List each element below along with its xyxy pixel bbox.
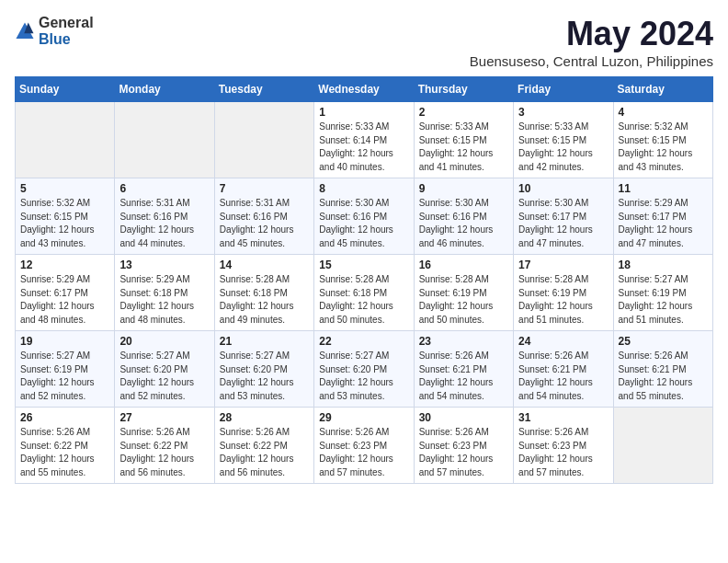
day-info: Sunrise: 5:27 AM Sunset: 6:20 PM Dayligh… — [220, 350, 309, 403]
day-cell: 27Sunrise: 5:26 AM Sunset: 6:22 PM Dayli… — [115, 408, 214, 484]
day-number: 14 — [220, 259, 309, 271]
day-number: 10 — [518, 182, 608, 195]
day-number: 20 — [119, 335, 209, 348]
day-info: Sunrise: 5:29 AM Sunset: 6:18 PM Dayligh… — [119, 273, 209, 327]
day-cell: 23Sunrise: 5:26 AM Sunset: 6:21 PM Dayli… — [414, 331, 513, 408]
day-info: Sunrise: 5:30 AM Sunset: 6:16 PM Dayligh… — [319, 197, 408, 250]
day-number: 21 — [220, 335, 309, 348]
day-cell: 13Sunrise: 5:29 AM Sunset: 6:18 PM Dayli… — [115, 255, 214, 331]
day-info: Sunrise: 5:27 AM Sunset: 6:19 PM Dayligh… — [20, 350, 109, 403]
day-info: Sunrise: 5:32 AM Sunset: 6:15 PM Dayligh… — [20, 197, 109, 250]
day-number: 1 — [319, 106, 408, 119]
day-info: Sunrise: 5:30 AM Sunset: 6:16 PM Dayligh… — [419, 197, 508, 250]
day-cell: 28Sunrise: 5:26 AM Sunset: 6:22 PM Dayli… — [214, 408, 313, 484]
day-info: Sunrise: 5:27 AM Sunset: 6:19 PM Dayligh… — [619, 273, 708, 327]
day-info: Sunrise: 5:32 AM Sunset: 6:15 PM Dayligh… — [619, 121, 708, 174]
day-cell: 5Sunrise: 5:32 AM Sunset: 6:15 PM Daylig… — [16, 178, 115, 255]
day-info: Sunrise: 5:27 AM Sunset: 6:20 PM Dayligh… — [119, 350, 209, 403]
day-cell: 30Sunrise: 5:26 AM Sunset: 6:23 PM Dayli… — [414, 408, 513, 484]
calendar-header: SundayMondayTuesdayWednesdayThursdayFrid… — [16, 77, 713, 102]
header-cell-monday: Monday — [115, 77, 214, 102]
day-info: Sunrise: 5:29 AM Sunset: 6:17 PM Dayligh… — [619, 197, 708, 250]
day-number: 26 — [20, 411, 109, 424]
day-cell: 18Sunrise: 5:27 AM Sunset: 6:19 PM Dayli… — [613, 255, 712, 331]
logo-general: General — [39, 15, 94, 31]
day-cell: 15Sunrise: 5:28 AM Sunset: 6:18 PM Dayli… — [314, 255, 414, 331]
day-info: Sunrise: 5:28 AM Sunset: 6:18 PM Dayligh… — [319, 273, 408, 327]
header-cell-thursday: Thursday — [414, 77, 513, 102]
day-cell: 6Sunrise: 5:31 AM Sunset: 6:16 PM Daylig… — [115, 178, 214, 255]
day-number: 18 — [619, 259, 708, 271]
header: General Blue May 2024 Buensuseso, Centra… — [15, 15, 713, 69]
day-cell: 14Sunrise: 5:28 AM Sunset: 6:18 PM Dayli… — [214, 255, 313, 331]
day-number: 8 — [319, 182, 408, 195]
calendar-body: 1Sunrise: 5:33 AM Sunset: 6:14 PM Daylig… — [16, 102, 713, 484]
day-cell: 25Sunrise: 5:26 AM Sunset: 6:21 PM Dayli… — [613, 331, 712, 408]
week-row: 26Sunrise: 5:26 AM Sunset: 6:22 PM Dayli… — [16, 408, 713, 484]
day-cell: 22Sunrise: 5:27 AM Sunset: 6:20 PM Dayli… — [314, 331, 414, 408]
day-number: 25 — [619, 335, 708, 348]
week-row: 5Sunrise: 5:32 AM Sunset: 6:15 PM Daylig… — [16, 178, 713, 255]
location-title: Buensuseso, Central Luzon, Philippines — [470, 53, 713, 69]
logo-icon — [15, 21, 35, 41]
day-cell: 20Sunrise: 5:27 AM Sunset: 6:20 PM Dayli… — [115, 331, 214, 408]
day-cell: 8Sunrise: 5:30 AM Sunset: 6:16 PM Daylig… — [314, 178, 414, 255]
day-cell: 1Sunrise: 5:33 AM Sunset: 6:14 PM Daylig… — [314, 102, 414, 178]
day-number: 17 — [518, 259, 608, 271]
day-number: 5 — [20, 182, 109, 195]
logo: General Blue — [15, 15, 94, 47]
day-cell: 12Sunrise: 5:29 AM Sunset: 6:17 PM Dayli… — [16, 255, 115, 331]
header-cell-saturday: Saturday — [613, 77, 712, 102]
day-cell: 4Sunrise: 5:32 AM Sunset: 6:15 PM Daylig… — [613, 102, 712, 178]
day-cell: 31Sunrise: 5:26 AM Sunset: 6:23 PM Dayli… — [514, 408, 613, 484]
day-cell: 16Sunrise: 5:28 AM Sunset: 6:19 PM Dayli… — [414, 255, 513, 331]
header-cell-tuesday: Tuesday — [214, 77, 313, 102]
day-number: 3 — [518, 106, 608, 119]
day-info: Sunrise: 5:26 AM Sunset: 6:23 PM Dayligh… — [518, 426, 608, 479]
day-cell: 9Sunrise: 5:30 AM Sunset: 6:16 PM Daylig… — [414, 178, 513, 255]
day-info: Sunrise: 5:26 AM Sunset: 6:23 PM Dayligh… — [419, 426, 508, 479]
day-info: Sunrise: 5:33 AM Sunset: 6:15 PM Dayligh… — [518, 121, 608, 174]
day-info: Sunrise: 5:26 AM Sunset: 6:21 PM Dayligh… — [619, 350, 708, 403]
day-number: 2 — [419, 106, 508, 119]
day-number: 6 — [119, 182, 209, 195]
title-area: May 2024 Buensuseso, Central Luzon, Phil… — [470, 15, 713, 69]
day-info: Sunrise: 5:31 AM Sunset: 6:16 PM Dayligh… — [220, 197, 309, 250]
day-cell: 19Sunrise: 5:27 AM Sunset: 6:19 PM Dayli… — [16, 331, 115, 408]
day-cell: 10Sunrise: 5:30 AM Sunset: 6:17 PM Dayli… — [514, 178, 613, 255]
day-number: 23 — [419, 335, 508, 348]
day-info: Sunrise: 5:29 AM Sunset: 6:17 PM Dayligh… — [20, 273, 109, 327]
day-cell: 29Sunrise: 5:26 AM Sunset: 6:23 PM Dayli… — [314, 408, 414, 484]
day-cell: 24Sunrise: 5:26 AM Sunset: 6:21 PM Dayli… — [514, 331, 613, 408]
day-number: 16 — [419, 259, 508, 271]
day-number: 15 — [319, 259, 408, 271]
day-info: Sunrise: 5:26 AM Sunset: 6:22 PM Dayligh… — [220, 426, 309, 479]
calendar-table: SundayMondayTuesdayWednesdayThursdayFrid… — [15, 76, 713, 484]
day-info: Sunrise: 5:26 AM Sunset: 6:22 PM Dayligh… — [20, 426, 109, 479]
day-number: 27 — [119, 411, 209, 424]
day-cell — [613, 408, 712, 484]
day-info: Sunrise: 5:28 AM Sunset: 6:19 PM Dayligh… — [518, 273, 608, 327]
day-cell: 17Sunrise: 5:28 AM Sunset: 6:19 PM Dayli… — [514, 255, 613, 331]
logo-blue: Blue — [39, 31, 94, 48]
day-cell — [214, 102, 313, 178]
day-info: Sunrise: 5:33 AM Sunset: 6:14 PM Dayligh… — [319, 121, 408, 174]
day-info: Sunrise: 5:26 AM Sunset: 6:21 PM Dayligh… — [518, 350, 608, 403]
day-cell — [16, 102, 115, 178]
header-cell-wednesday: Wednesday — [314, 77, 414, 102]
day-info: Sunrise: 5:28 AM Sunset: 6:19 PM Dayligh… — [419, 273, 508, 327]
day-number: 22 — [319, 335, 408, 348]
day-info: Sunrise: 5:30 AM Sunset: 6:17 PM Dayligh… — [518, 197, 608, 250]
day-number: 31 — [518, 411, 608, 424]
day-number: 19 — [20, 335, 109, 348]
day-number: 4 — [619, 106, 708, 119]
day-number: 28 — [220, 411, 309, 424]
day-cell: 3Sunrise: 5:33 AM Sunset: 6:15 PM Daylig… — [514, 102, 613, 178]
day-info: Sunrise: 5:26 AM Sunset: 6:23 PM Dayligh… — [319, 426, 408, 479]
day-number: 12 — [20, 259, 109, 271]
day-cell: 21Sunrise: 5:27 AM Sunset: 6:20 PM Dayli… — [214, 331, 313, 408]
day-cell: 11Sunrise: 5:29 AM Sunset: 6:17 PM Dayli… — [613, 178, 712, 255]
day-cell: 26Sunrise: 5:26 AM Sunset: 6:22 PM Dayli… — [16, 408, 115, 484]
day-number: 13 — [119, 259, 209, 271]
day-number: 9 — [419, 182, 508, 195]
